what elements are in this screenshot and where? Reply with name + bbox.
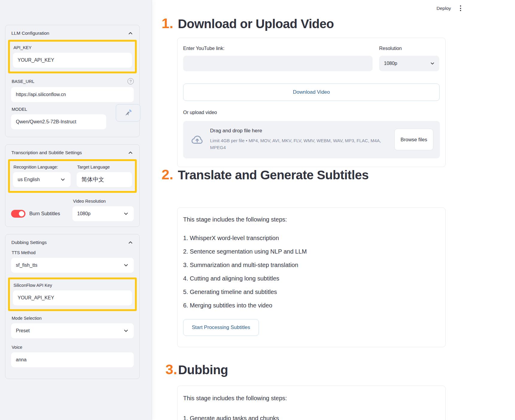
- tts-method-select[interactable]: sf_fish_tts: [11, 258, 134, 273]
- browse-files-label: Browse files: [401, 136, 427, 143]
- step-item: 1. WhisperX word-level transcription: [183, 234, 307, 242]
- dubbing-stage-card: This stage includes the following steps:…: [177, 386, 446, 420]
- youtube-link-label: Enter YouTube link:: [183, 46, 224, 51]
- burn-subtitles-label: Burn Subtitles: [29, 211, 60, 216]
- model-label: MODEL: [12, 107, 134, 112]
- section2-heading: 2. Translate and Generate Subtitles: [162, 166, 369, 183]
- base-url-input[interactable]: [11, 87, 134, 102]
- or-upload-label: Or upload video: [183, 110, 217, 115]
- api-test-button[interactable]: [116, 104, 140, 122]
- download-video-label: Download Video: [293, 89, 330, 95]
- browse-files-button[interactable]: Browse files: [394, 129, 433, 150]
- resolution-label: Resolution: [379, 46, 402, 51]
- transcription-expander-header[interactable]: Transcription and Subtitle Settings: [5, 145, 139, 158]
- target-language-label: Target Language: [77, 165, 132, 169]
- llm-config-panel: LLM Configuration API_KEY BASE_URL ? MOD…: [5, 25, 140, 137]
- mode-selection-value: Preset: [16, 328, 30, 333]
- sf-api-key-input[interactable]: [13, 290, 132, 305]
- subtitles-stage-card: This stage includes the following steps:…: [177, 207, 446, 347]
- download-video-button[interactable]: Download Video: [183, 84, 440, 101]
- app-window: LLM Configuration API_KEY BASE_URL ? MOD…: [0, 0, 515, 420]
- section2-title: Translate and Generate Subtitles: [178, 168, 369, 182]
- start-processing-subtitles-button[interactable]: Start Processing Subtitles: [183, 319, 259, 336]
- section3-title: Dubbing: [178, 363, 228, 377]
- sf-api-key-label: SiliconFlow API Key: [13, 283, 132, 288]
- model-input[interactable]: [11, 114, 106, 129]
- section1-title: Download or Upload Video: [178, 17, 334, 31]
- resolution-value: 1080p: [384, 61, 397, 66]
- top-toolbar: Deploy: [437, 4, 462, 12]
- dubbing-title: Dubbing Settings: [11, 240, 47, 245]
- dubbing-expander-header[interactable]: Dubbing Settings: [5, 234, 139, 248]
- chevron-up-icon[interactable]: [127, 30, 133, 36]
- download-upload-card: Enter YouTube link: Resolution 1080p Dow…: [177, 38, 446, 167]
- dropzone-title: Drag and drop file here: [210, 128, 262, 134]
- recognition-language-value: us English: [18, 177, 40, 182]
- burn-subtitles-toggle[interactable]: [11, 210, 25, 218]
- tts-method-label: TTS Method: [12, 250, 134, 255]
- api-key-input[interactable]: [13, 53, 132, 68]
- voice-input[interactable]: [11, 352, 134, 367]
- chevron-down-icon: [123, 328, 129, 334]
- mode-selection-select[interactable]: Preset: [11, 323, 134, 338]
- llm-config-expander-header[interactable]: LLM Configuration: [5, 25, 139, 39]
- highlight-box-languages: Recognition Language: us English Target …: [8, 159, 137, 193]
- transcription-title: Transcription and Subtitle Settings: [11, 150, 82, 155]
- cloud-upload-icon: [191, 134, 203, 146]
- base-url-label: BASE_URL: [12, 79, 34, 84]
- dubbing-settings-panel: Dubbing Settings TTS Method sf_fish_tts …: [5, 234, 140, 379]
- file-dropzone[interactable]: Drag and drop file here Limit 4GB per fi…: [183, 121, 440, 158]
- chevron-up-icon[interactable]: [127, 150, 133, 156]
- dubbing-stage-intro: This stage includes the following steps:: [183, 395, 287, 402]
- video-resolution-label: Video Resolution: [73, 199, 134, 204]
- chevron-down-icon: [60, 177, 66, 183]
- section3-number: 3.: [165, 361, 177, 377]
- dropzone-limit-text: Limit 4GB per file • MP4, MOV, AVI, MKV,…: [210, 137, 390, 151]
- step-item: 6. Merging subtitles into the video: [183, 301, 307, 309]
- recognition-language-label: Recognition Language:: [13, 165, 71, 169]
- section1-number: 1.: [162, 15, 173, 31]
- section2-number: 2.: [162, 166, 173, 183]
- tts-method-value: sf_fish_tts: [16, 263, 37, 268]
- step-item: 1. Generate audio tasks and chunks: [183, 414, 279, 420]
- sidebar: LLM Configuration API_KEY BASE_URL ? MOD…: [0, 0, 152, 420]
- satellite-icon: [124, 109, 132, 116]
- video-resolution-value: 1080p: [77, 211, 91, 216]
- section1-heading: 1. Download or Upload Video: [162, 15, 334, 31]
- highlight-box-sf-api-key: SiliconFlow API Key: [8, 278, 137, 311]
- dubbing-steps-list: 1. Generate audio tasks and chunks: [183, 414, 279, 420]
- resolution-select[interactable]: 1080p: [379, 56, 439, 71]
- start-processing-subtitles-label: Start Processing Subtitles: [192, 325, 250, 330]
- mode-selection-label: Mode Selection: [12, 316, 134, 321]
- chevron-down-icon: [123, 262, 129, 268]
- help-icon[interactable]: ?: [127, 78, 134, 84]
- highlight-box-api-key: API_KEY: [8, 40, 137, 73]
- step-item: 2. Sentence segmentation using NLP and L…: [183, 248, 307, 255]
- voice-label: Voice: [12, 345, 134, 350]
- kebab-menu-icon[interactable]: [459, 4, 462, 12]
- step-item: 4. Cutting and aligning long subtitles: [183, 275, 307, 282]
- section3-heading: 3. Dubbing: [165, 361, 228, 377]
- subtitles-steps-list: 1. WhisperX word-level transcription 2. …: [183, 234, 307, 309]
- step-item: 3. Summarization and multi-step translat…: [183, 261, 307, 269]
- deploy-button[interactable]: Deploy: [437, 6, 451, 11]
- youtube-link-input[interactable]: [183, 56, 373, 71]
- target-language-input[interactable]: [77, 172, 132, 187]
- api-key-label: API_KEY: [13, 45, 132, 50]
- transcription-settings-panel: Transcription and Subtitle Settings Reco…: [5, 144, 140, 227]
- recognition-language-select[interactable]: us English: [13, 172, 71, 187]
- chevron-up-icon[interactable]: [127, 239, 133, 245]
- chevron-down-icon: [430, 61, 435, 66]
- video-resolution-select[interactable]: 1080p: [72, 206, 134, 221]
- subtitles-stage-intro: This stage includes the following steps:: [183, 216, 287, 223]
- llm-config-title: LLM Configuration: [11, 31, 49, 36]
- chevron-down-icon: [123, 211, 129, 217]
- step-item: 5. Generating timeline and subtitles: [183, 288, 307, 296]
